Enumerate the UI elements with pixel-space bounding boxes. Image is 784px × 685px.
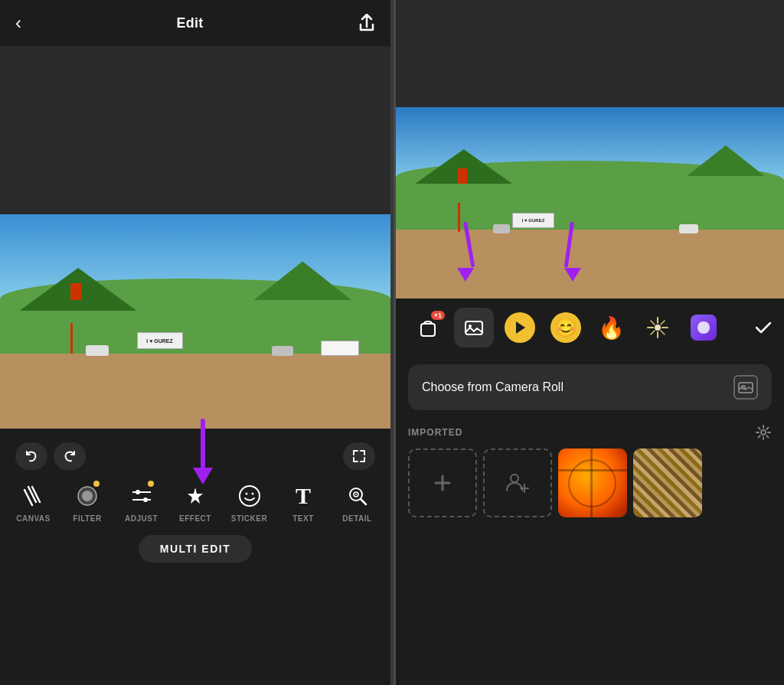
svg-point-19 [355, 494, 357, 495]
import-person-button[interactable] [483, 449, 552, 517]
purple-arrow-right-2 [564, 222, 581, 282]
sticker-toolbar: +1 😊 🔥 [396, 298, 784, 357]
emoji-face-icon: 😊 [550, 312, 581, 343]
filter-dot [93, 481, 100, 487]
text-tool[interactable]: T TEXT [283, 481, 325, 523]
imported-section: IMPORTED [396, 418, 784, 524]
settings-icon[interactable] [755, 424, 772, 441]
canvas-icon [21, 484, 46, 508]
filter-icon-wrap [72, 481, 103, 511]
svg-line-30 [661, 331, 665, 334]
adjust-tool[interactable]: ADJUST [120, 481, 162, 523]
detail-tool[interactable]: DETAIL [336, 481, 378, 523]
sticker-label: STICKER [231, 514, 267, 523]
ground-right [396, 230, 784, 298]
bottom-controls: CANVAS FILTER [0, 429, 390, 685]
camera-roll-button[interactable]: Choose from Camera Roll [408, 364, 772, 410]
checkmark-icon [755, 321, 772, 334]
svg-point-12 [240, 486, 260, 506]
detail-icon-wrap [342, 481, 373, 511]
canvas-icon-wrap [18, 481, 49, 511]
svg-point-6 [143, 497, 148, 502]
effect-tool[interactable]: EFFECT [175, 481, 217, 523]
text-icon-wrap: T [288, 481, 318, 511]
emoji-button[interactable]: 😊 [546, 308, 586, 347]
sticker-tool[interactable]: STICKER [228, 481, 270, 523]
filter-tool[interactable]: FILTER [67, 481, 109, 523]
sticker-icon-wrap [234, 481, 265, 511]
flame-button[interactable]: 🔥 [592, 308, 632, 347]
canvas-label: CANVAS [16, 514, 50, 523]
back-button[interactable]: ‹ [15, 12, 21, 34]
main-photo-right: I ♥ GUREZ [396, 107, 784, 298]
svg-text:T: T [296, 484, 311, 508]
svg-rect-20 [421, 324, 435, 336]
imported-grid [408, 449, 772, 517]
svg-line-17 [361, 499, 366, 504]
svg-line-2 [32, 487, 40, 502]
main-photo-left: I ♥ GUREZ [0, 214, 390, 429]
purple-arrow-left [193, 419, 213, 484]
sparkle-icon [645, 315, 671, 341]
sparkle-button[interactable] [638, 308, 678, 347]
imported-photo-2[interactable] [633, 449, 702, 517]
svg-point-13 [245, 493, 247, 495]
purple-tool-button[interactable] [684, 308, 724, 347]
svg-line-32 [651, 331, 655, 334]
effect-icon [184, 484, 207, 507]
redo-button[interactable] [54, 442, 86, 470]
dark-top-right [396, 0, 784, 107]
imported-photo-1[interactable] [558, 449, 627, 517]
purple-arrow-right-1 [457, 222, 474, 282]
detail-label: DETAIL [342, 514, 371, 523]
detail-icon [345, 484, 370, 508]
camera-roll-label: Choose from Camera Roll [422, 380, 564, 394]
flag-right [458, 168, 467, 184]
adjust-icon-wrap [126, 481, 157, 511]
purple-shape-icon [697, 320, 710, 335]
svg-rect-21 [466, 321, 482, 334]
share-button[interactable] [358, 14, 375, 32]
svg-point-14 [251, 493, 253, 495]
car-right [272, 346, 293, 356]
image-gallery-button[interactable] [454, 308, 494, 347]
multi-edit-button[interactable]: MULTI EDIT [139, 535, 253, 563]
play-circle [505, 312, 535, 343]
imported-label: IMPORTED [408, 427, 462, 438]
sticker-badge: +1 [431, 311, 445, 320]
car-right-r [679, 224, 698, 233]
canvas-tool[interactable]: CANVAS [12, 481, 54, 523]
svg-point-24 [655, 325, 661, 331]
filter-icon [76, 484, 99, 507]
adjust-dot [148, 481, 154, 487]
svg-marker-11 [188, 488, 203, 504]
import-add-button[interactable] [408, 449, 477, 517]
undo-button[interactable] [15, 442, 47, 470]
confirm-button[interactable] [755, 321, 772, 334]
svg-point-38 [511, 475, 518, 482]
sticker-bag-button[interactable]: +1 [408, 308, 448, 347]
person-add-icon [504, 469, 531, 497]
purple-icon [691, 315, 717, 341]
right-panel: I ♥ GUREZ +1 [394, 0, 784, 685]
plus-icon [432, 472, 453, 494]
adjust-label: ADJUST [125, 514, 158, 523]
flag [70, 283, 81, 300]
header: ‹ Edit [0, 0, 390, 46]
dark-top-area [0, 46, 390, 214]
sign-board-2 [321, 341, 359, 356]
camera-roll-icon [733, 375, 758, 400]
play-button[interactable] [500, 308, 540, 347]
sign-board: I ♥ GUREZ [137, 332, 183, 349]
svg-line-31 [661, 321, 665, 325]
adjust-icon [130, 484, 153, 507]
filter-label: FILTER [73, 514, 101, 523]
text-icon: T [292, 484, 314, 508]
effect-icon-wrap [180, 481, 211, 511]
svg-point-5 [136, 490, 140, 494]
image-icon [462, 316, 485, 339]
expand-button[interactable] [343, 442, 375, 470]
car-right-l [493, 224, 510, 233]
svg-line-29 [651, 321, 655, 325]
sticker-icon [237, 484, 262, 508]
